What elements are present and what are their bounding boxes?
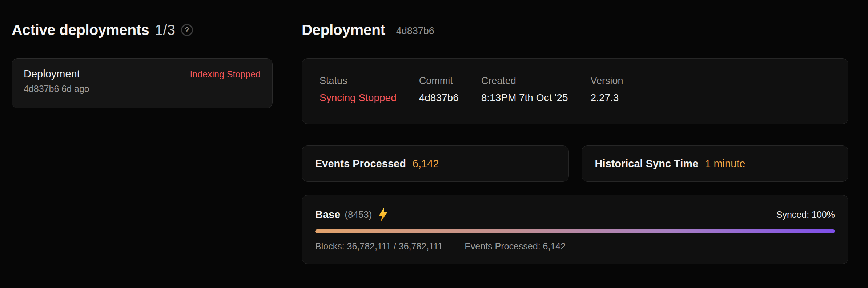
deployment-detail-header: Deployment 4d837b6 <box>302 20 848 39</box>
active-deployments-title: Active deployments <box>12 23 149 37</box>
chain-header: Base (8453) <box>315 208 835 221</box>
historical-sync-time-value: 1 minute <box>705 158 745 170</box>
synced-percent: Synced: 100% <box>776 209 835 220</box>
active-deployments-panel: Active deployments 1/3 ? Deployment Inde… <box>12 20 273 264</box>
chain-id: (8453) <box>345 209 372 220</box>
chain-sync-card: Base (8453) <box>302 195 848 264</box>
events-processed-value: 6,142 <box>413 158 439 170</box>
chain-events-stat: Events Processed: 6,142 <box>465 241 566 252</box>
field-created-label: Created <box>481 76 568 86</box>
deployment-list-item[interactable]: Deployment Indexing Stopped 4d837b6 6d a… <box>12 58 273 108</box>
sync-progress-fill <box>315 229 835 233</box>
field-status-value: Syncing Stopped <box>320 92 397 104</box>
active-deployments-count: 1/3 <box>155 23 175 37</box>
field-commit-value: 4d837b6 <box>419 92 459 104</box>
historical-sync-time-card: Historical Sync Time 1 minute <box>582 145 849 182</box>
deployment-hash-age: 4d837b6 6d ago <box>24 84 261 94</box>
overview-card: Status Syncing Stopped Commit 4d837b6 Cr… <box>302 58 848 124</box>
field-created-value: 8:13PM 7th Oct '25 <box>481 92 568 104</box>
field-version-value: 2.27.3 <box>591 92 623 104</box>
historical-sync-time-label: Historical Sync Time <box>595 158 699 170</box>
deployment-status-badge: Indexing Stopped <box>190 69 261 80</box>
blocks-stat: Blocks: 36,782,111 / 36,782,111 <box>315 241 443 252</box>
events-processed-label: Events Processed <box>315 158 406 170</box>
field-version: Version 2.27.3 <box>591 76 623 124</box>
deployment-detail-hash: 4d837b6 <box>396 26 434 36</box>
chain-stats-row: Blocks: 36,782,111 / 36,782,111 Events P… <box>315 241 835 252</box>
deployment-list-item-row: Deployment Indexing Stopped <box>24 68 261 80</box>
field-version-label: Version <box>591 76 623 86</box>
lightning-bolt-icon <box>378 208 389 221</box>
field-status: Status Syncing Stopped <box>320 76 397 124</box>
events-processed-card: Events Processed 6,142 <box>302 145 569 182</box>
field-commit: Commit 4d837b6 <box>419 76 459 124</box>
chain-name: Base <box>315 209 340 221</box>
deployment-detail-title: Deployment <box>302 23 385 37</box>
help-icon[interactable]: ? <box>181 24 193 36</box>
stats-row: Events Processed 6,142 Historical Sync T… <box>302 145 848 182</box>
active-deployments-header: Active deployments 1/3 ? <box>12 20 273 39</box>
deployment-detail-panel: Deployment 4d837b6 Status Syncing Stoppe… <box>302 20 848 264</box>
field-commit-label: Commit <box>419 76 459 86</box>
deployment-name: Deployment <box>24 68 80 80</box>
sync-progress-bar <box>315 229 835 233</box>
field-created: Created 8:13PM 7th Oct '25 <box>481 76 568 124</box>
field-status-label: Status <box>320 76 397 86</box>
chain-identity: Base (8453) <box>315 208 389 221</box>
deployments-page: Active deployments 1/3 ? Deployment Inde… <box>0 0 868 264</box>
